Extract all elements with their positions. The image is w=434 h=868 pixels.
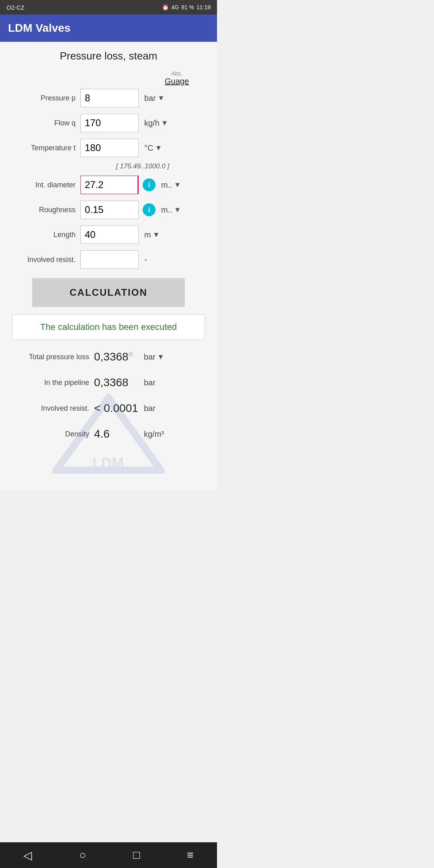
pressure-input[interactable]	[80, 89, 139, 107]
involved-resist-result-value: < 0.0001	[94, 402, 138, 415]
int-diameter-label: Int. diameter	[12, 181, 80, 189]
length-input[interactable]	[80, 225, 139, 244]
temperature-dropdown-icon[interactable]: ▼	[155, 144, 162, 152]
roughness-row: Roughness i m.. ▼	[12, 199, 205, 220]
density-unit: kg/m³	[138, 430, 164, 439]
roughness-info-icon[interactable]: i	[143, 203, 156, 216]
density-value: 4.6	[94, 428, 138, 440]
form-section: Pressure p bar ▼ Flow q kg/h ▼ Temperatu…	[12, 88, 205, 270]
app-bar: LDM Valves	[0, 14, 217, 42]
roughness-label: Roughness	[12, 206, 80, 214]
flow-label: Flow q	[12, 119, 80, 127]
int-diameter-dropdown-icon[interactable]: ▼	[174, 181, 181, 189]
gauge-label: Guage	[165, 77, 189, 86]
temperature-unit: °C ▼	[139, 143, 171, 153]
in-pipeline-unit: bar	[138, 378, 156, 387]
flow-input[interactable]	[80, 114, 139, 132]
carrier-label: O2-CZ	[6, 4, 25, 11]
int-diameter-unit: m.. ▼	[156, 180, 188, 190]
length-row: Length m ▼	[12, 224, 205, 245]
involved-resist-label: Involved resist.	[12, 256, 80, 264]
int-diameter-input[interactable]	[80, 176, 139, 194]
in-pipeline-label: In the pipeline	[14, 379, 94, 387]
result-message-box: The calculation has been executed	[12, 314, 205, 340]
roughness-unit: m.. ▼	[156, 205, 188, 215]
length-label: Length	[12, 231, 80, 239]
pressure-unit: bar ▼	[139, 94, 171, 103]
involved-resist-result-unit: bar	[138, 404, 156, 413]
involved-resist-input[interactable]	[80, 250, 139, 269]
calculation-button[interactable]: CALCULATION	[32, 278, 185, 307]
status-bar-right: ⏰ 4G 91 % 11:19	[162, 4, 211, 10]
involved-resist-unit: -	[139, 255, 171, 264]
density-row: Density 4.6 kg/m³	[12, 424, 205, 444]
main-content: Pressure loss, steam Abs. Guage Pressure…	[0, 42, 217, 490]
alarm-icon: ⏰	[162, 4, 169, 10]
density-label: Density	[14, 430, 94, 438]
temperature-label: Temperature t	[12, 144, 80, 152]
result-message: The calculation has been executed	[40, 322, 177, 332]
involved-resist-row: Involved resist. -	[12, 249, 205, 270]
temperature-row: Temperature t °C ▼	[12, 137, 205, 158]
page-title: Pressure loss, steam	[12, 50, 205, 62]
results-section: LDM Total pressure loss 0,3368® bar ▼ In…	[12, 347, 205, 482]
flow-row: Flow q kg/h ▼	[12, 113, 205, 133]
total-pressure-loss-unit: bar ▼	[138, 352, 164, 362]
flow-unit: kg/h ▼	[139, 119, 171, 128]
total-pressure-loss-label: Total pressure loss	[14, 353, 94, 361]
in-pipeline-value: 0,3368	[94, 376, 138, 389]
registered-mark: ®	[129, 351, 133, 358]
signal-label: 4G	[171, 4, 179, 10]
app-title: LDM Valves	[8, 22, 71, 34]
roughness-dropdown-icon[interactable]: ▼	[174, 206, 181, 214]
unit-header: Abs. Guage	[12, 70, 205, 86]
pressure-row: Pressure p bar ▼	[12, 88, 205, 108]
flow-dropdown-icon[interactable]: ▼	[161, 119, 168, 127]
roughness-input[interactable]	[80, 201, 139, 219]
involved-resist-result-row: Involved resist. < 0.0001 bar	[12, 399, 205, 418]
calc-button-wrap: CALCULATION	[12, 278, 205, 307]
int-diameter-info-icon[interactable]: i	[143, 178, 156, 191]
abs-label: Abs.	[171, 70, 182, 77]
total-pressure-loss-value: 0,3368®	[94, 350, 138, 363]
status-bar: O2-CZ ⏰ 4G 91 % 11:19	[0, 0, 217, 14]
battery-label: 91 %	[181, 4, 194, 10]
involved-resist-result-label: Involved resist.	[14, 404, 94, 413]
temperature-input[interactable]	[80, 139, 139, 157]
in-pipeline-row: In the pipeline 0,3368 bar	[12, 373, 205, 392]
pressure-dropdown-icon[interactable]: ▼	[158, 94, 165, 102]
time-label: 11:19	[197, 4, 211, 10]
length-unit: m ▼	[139, 230, 171, 240]
int-diameter-row: Int. diameter i m.. ▼	[12, 174, 205, 195]
temperature-range-hint: [ 175.49..1000.0 ]	[80, 162, 205, 170]
pressure-label: Pressure p	[12, 94, 80, 102]
total-pressure-loss-row: Total pressure loss 0,3368® bar ▼	[12, 347, 205, 366]
length-dropdown-icon[interactable]: ▼	[153, 231, 160, 239]
total-pressure-loss-dropdown-icon[interactable]: ▼	[157, 353, 164, 361]
